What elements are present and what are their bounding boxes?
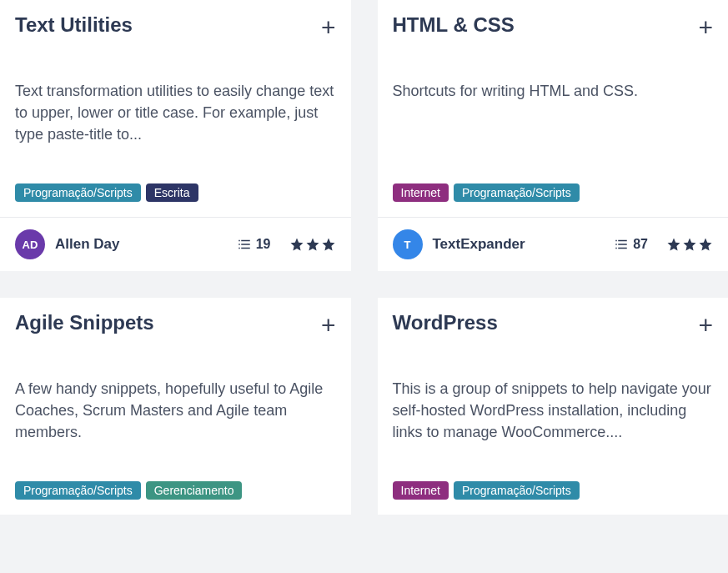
card-footer: TTextExpander87 — [378, 217, 729, 271]
list-icon — [237, 237, 252, 252]
tag[interactable]: Escrita — [146, 183, 198, 202]
snippet-count: 87 — [614, 237, 648, 252]
tag[interactable]: Gerenciamento — [146, 481, 243, 500]
card-header: Agile Snippets+ — [15, 311, 336, 338]
card-body: HTML & CSS+Shortcuts for writing HTML an… — [378, 0, 729, 217]
card-footer: ADAllen Day19 — [0, 217, 351, 271]
card-description: Shortcuts for writing HTML and CSS. — [393, 80, 714, 168]
tag[interactable]: Programação/Scripts — [454, 481, 580, 500]
author-name[interactable]: Allen Day — [55, 236, 227, 253]
card-description: This is a group of snippets to help navi… — [393, 378, 714, 466]
card-body: WordPress+This is a group of snippets to… — [378, 298, 729, 515]
tag[interactable]: Programação/Scripts — [454, 183, 580, 202]
tag[interactable]: Internet — [393, 481, 449, 500]
card-description: Text transformation utilities to easily … — [15, 80, 336, 168]
add-icon[interactable]: + — [698, 311, 713, 338]
tag-list: Programação/ScriptsGerenciamento — [15, 481, 336, 500]
card-grid: Text Utilities+Text transformation utili… — [0, 0, 728, 515]
rating-stars[interactable] — [666, 237, 713, 252]
star-icon — [305, 237, 320, 252]
card-title[interactable]: HTML & CSS — [393, 13, 515, 38]
tag[interactable]: Programação/Scripts — [15, 481, 141, 500]
card-description: A few handy snippets, hopefully useful t… — [15, 378, 336, 466]
add-icon[interactable]: + — [698, 13, 713, 40]
card-body: Agile Snippets+A few handy snippets, hop… — [0, 298, 351, 515]
author-name[interactable]: TextExpander — [433, 236, 605, 253]
rating-stars[interactable] — [289, 237, 336, 252]
card-body: Text Utilities+Text transformation utili… — [0, 0, 351, 217]
count-value: 19 — [256, 237, 271, 252]
tag[interactable]: Programação/Scripts — [15, 183, 141, 202]
author-avatar[interactable]: AD — [15, 229, 45, 259]
snippet-count: 19 — [237, 237, 271, 252]
card-title[interactable]: Text Utilities — [15, 13, 133, 38]
tag-list: InternetProgramação/Scripts — [393, 183, 714, 202]
snippet-card[interactable]: WordPress+This is a group of snippets to… — [378, 298, 729, 515]
tag-list: Programação/ScriptsEscrita — [15, 183, 336, 202]
count-value: 87 — [633, 237, 648, 252]
snippet-card[interactable]: Agile Snippets+A few handy snippets, hop… — [0, 298, 351, 515]
snippet-card[interactable]: HTML & CSS+Shortcuts for writing HTML an… — [378, 0, 729, 271]
card-header: WordPress+ — [393, 311, 714, 338]
card-header: HTML & CSS+ — [393, 13, 714, 40]
add-icon[interactable]: + — [321, 13, 336, 40]
star-icon — [321, 237, 336, 252]
star-icon — [682, 237, 697, 252]
tag[interactable]: Internet — [393, 183, 449, 202]
list-icon — [614, 237, 629, 252]
star-icon — [666, 237, 681, 252]
star-icon — [289, 237, 304, 252]
card-title[interactable]: WordPress — [393, 311, 498, 335]
author-avatar[interactable]: T — [393, 229, 423, 259]
snippet-card[interactable]: Text Utilities+Text transformation utili… — [0, 0, 351, 271]
star-icon — [698, 237, 713, 252]
tag-list: InternetProgramação/Scripts — [393, 481, 714, 500]
add-icon[interactable]: + — [321, 311, 336, 338]
card-title[interactable]: Agile Snippets — [15, 311, 154, 335]
card-header: Text Utilities+ — [15, 13, 336, 40]
